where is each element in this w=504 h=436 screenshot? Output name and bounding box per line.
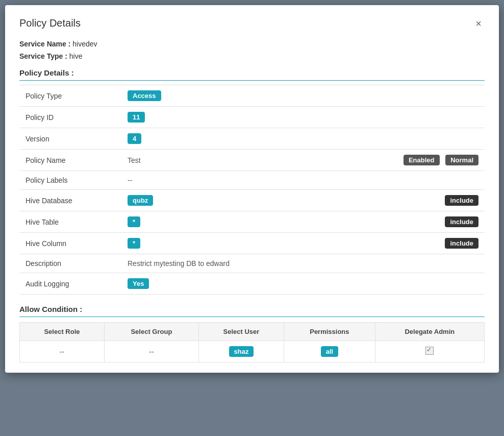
allow-condition-heading: Allow Condition :: [19, 305, 485, 317]
cell-permissions: all: [284, 341, 375, 362]
service-name-label: Service Name :: [19, 40, 70, 48]
col-header-delegate-admin: Delegate Admin: [375, 323, 484, 341]
col-header-permissions: Permissions: [284, 323, 375, 341]
col-header-select-user: Select User: [198, 323, 284, 341]
cell-role: --: [20, 341, 105, 362]
row-value: Restrict mytesting DB to edward: [121, 254, 485, 273]
allow-table-row: -- -- shaz all: [20, 341, 485, 362]
table-row: Audit Logging Yes: [19, 273, 485, 295]
hive-db-row: qubz include: [128, 195, 478, 206]
policy-name-badges: Enabled Normal: [404, 155, 478, 165]
row-label: Version: [19, 128, 121, 150]
row-label: Policy Name: [19, 150, 121, 171]
table-row: Version 4: [19, 128, 485, 150]
hive-column-row: * include: [128, 238, 478, 249]
hive-table-include: include: [445, 216, 478, 227]
include-badge: include: [445, 216, 478, 227]
allow-table-header-row: Select Role Select Group Select User Per…: [20, 323, 485, 341]
row-label: Policy ID: [19, 107, 121, 128]
cell-group: --: [104, 341, 198, 362]
modal-header: Policy Details ×: [19, 17, 485, 30]
allow-condition-section: Allow Condition : Select Role Select Gro…: [19, 305, 485, 362]
row-label: Audit Logging: [19, 273, 121, 295]
row-value: * include: [121, 211, 485, 233]
hive-db-badge: qubz: [128, 195, 153, 206]
close-button[interactable]: ×: [472, 17, 485, 30]
service-type-value: hive: [69, 52, 83, 60]
row-label: Policy Type: [19, 85, 121, 107]
service-type-label: Service Type :: [19, 52, 67, 60]
row-value: qubz include: [121, 190, 485, 211]
policy-details-heading: Policy Details :: [19, 68, 485, 81]
user-badge: shaz: [229, 346, 254, 357]
allow-condition-table: Select Role Select Group Select User Per…: [19, 322, 485, 362]
row-label: Policy Labels: [19, 171, 121, 190]
table-row: Hive Table * include: [19, 211, 485, 233]
cell-user: shaz: [198, 341, 284, 362]
modal-overlay: Policy Details × Service Name : hivedev …: [0, 0, 504, 436]
cell-delegate-admin: [375, 341, 484, 362]
meta-section: Service Name : hivedev Service Type : hi…: [19, 40, 485, 60]
row-value: Yes: [121, 273, 485, 295]
row-label: Hive Database: [19, 190, 121, 211]
policy-details-table: Policy Type Access Policy ID 11 Version: [19, 85, 485, 295]
service-name-value: hivedev: [72, 40, 97, 48]
delegate-admin-checkbox: [425, 347, 434, 355]
permissions-badge: all: [321, 346, 338, 357]
hive-column-badge: *: [128, 238, 140, 249]
service-type-row: Service Type : hive: [19, 52, 485, 60]
row-label: Description: [19, 254, 121, 273]
policy-type-badge: Access: [128, 90, 161, 101]
table-row: Description Restrict mytesting DB to edw…: [19, 254, 485, 273]
service-name-row: Service Name : hivedev: [19, 40, 485, 48]
table-row: Hive Database qubz include: [19, 190, 485, 211]
policy-name-row: Test Enabled Normal: [128, 155, 478, 165]
normal-badge: Normal: [445, 155, 478, 165]
row-value: --: [121, 171, 485, 190]
policy-id-badge: 11: [128, 112, 145, 123]
policy-details-modal: Policy Details × Service Name : hivedev …: [5, 5, 499, 373]
hive-column-include: include: [445, 238, 478, 249]
row-value: 11: [121, 107, 485, 128]
version-badge: 4: [128, 133, 141, 144]
hive-table-badge: *: [128, 216, 140, 227]
include-badge: include: [445, 195, 478, 206]
enabled-badge: Enabled: [404, 155, 440, 165]
row-label: Hive Table: [19, 211, 121, 233]
col-header-select-group: Select Group: [104, 323, 198, 341]
hive-db-include: include: [445, 195, 478, 206]
hive-table-row: * include: [128, 216, 478, 227]
include-badge: include: [445, 238, 478, 249]
policy-name-value: Test: [128, 156, 141, 164]
col-header-select-role: Select Role: [20, 323, 105, 341]
table-row: Policy Type Access: [19, 85, 485, 107]
row-value: Test Enabled Normal: [121, 150, 485, 171]
table-row: Policy ID 11: [19, 107, 485, 128]
audit-logging-badge: Yes: [128, 278, 149, 289]
table-row: Policy Labels --: [19, 171, 485, 190]
row-label: Hive Column: [19, 233, 121, 254]
row-value: * include: [121, 233, 485, 254]
row-value: Access: [121, 85, 485, 107]
row-value: 4: [121, 128, 485, 150]
table-row: Policy Name Test Enabled Normal: [19, 150, 485, 171]
table-row: Hive Column * include: [19, 233, 485, 254]
modal-title: Policy Details: [19, 17, 81, 29]
